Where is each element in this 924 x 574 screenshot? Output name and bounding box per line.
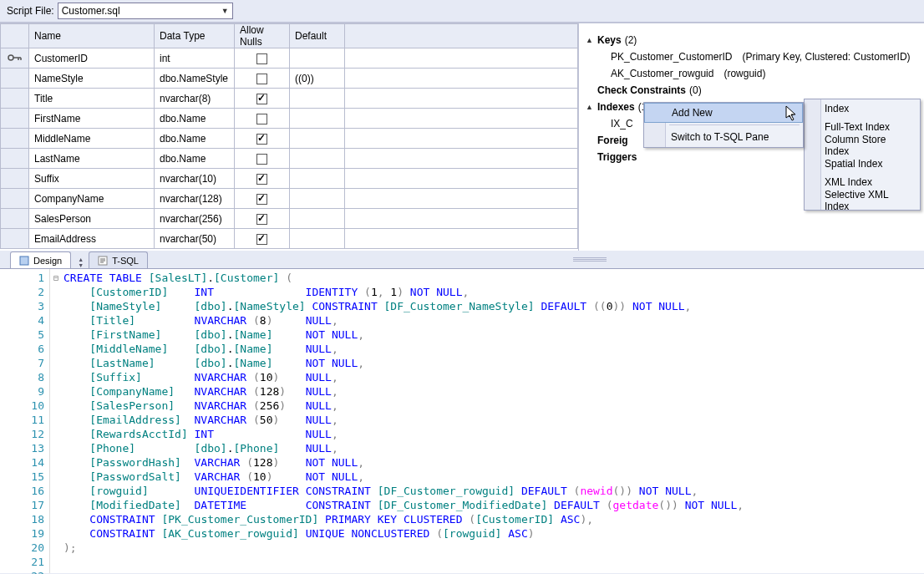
menu-switch-tsql[interactable]: Switch to T-SQL Pane (644, 127, 803, 147)
cell-default[interactable] (290, 109, 345, 129)
cell-name[interactable]: FirstName (29, 109, 155, 129)
cell-name[interactable]: EmailAddress (29, 229, 155, 249)
cell-name[interactable]: CompanyName (29, 189, 155, 209)
cell-datatype[interactable]: nvarchar(8) (155, 89, 235, 109)
cell-datatype[interactable]: nvarchar(256) (155, 209, 235, 229)
table-row[interactable]: MiddleNamedbo.Name (1, 129, 578, 149)
cell-allownulls[interactable] (235, 129, 290, 149)
checkbox-icon[interactable] (256, 174, 267, 185)
row-header[interactable] (1, 69, 29, 89)
table-row[interactable]: CustomerIDint (1, 48, 578, 69)
tree-key-ak[interactable]: AK_Customer_rowguid (rowguid) (586, 65, 917, 82)
row-header[interactable] (1, 89, 29, 109)
code-line[interactable]: [Phone] [dbo].[Phone] NULL, (63, 441, 924, 455)
cell-name[interactable]: CustomerID (29, 48, 155, 69)
checkbox-icon[interactable] (256, 53, 267, 64)
table-row[interactable]: Suffixnvarchar(10) (1, 169, 578, 189)
menu-add-new[interactable]: Add New ▶ (644, 103, 803, 123)
checkbox-icon[interactable] (256, 194, 267, 205)
code-line[interactable]: [Suffix] NVARCHAR (10) NULL, (63, 370, 924, 384)
cell-datatype[interactable]: int (155, 48, 235, 69)
col-header-default[interactable]: Default (290, 24, 345, 48)
cell-datatype[interactable]: dbo.Name (155, 149, 235, 169)
table-row[interactable]: LastNamedbo.Name (1, 149, 578, 169)
checkbox-icon[interactable] (256, 114, 267, 124)
cell-allownulls[interactable] (235, 48, 290, 69)
table-row[interactable]: Titlenvarchar(8) (1, 89, 578, 109)
cell-default[interactable] (290, 129, 345, 149)
code-line[interactable] (63, 555, 924, 569)
checkbox-icon[interactable] (256, 74, 267, 84)
row-header[interactable] (1, 129, 29, 149)
code-line[interactable]: [NameStyle] [dbo].[NameStyle] CONSTRAINT… (63, 299, 924, 313)
table-row[interactable]: NameStyledbo.NameStyle((0)) (1, 69, 578, 89)
cell-allownulls[interactable] (235, 189, 290, 209)
cell-allownulls[interactable] (235, 169, 290, 189)
cell-default[interactable] (290, 229, 345, 249)
cell-name[interactable]: SalesPerson (29, 209, 155, 229)
checkbox-icon[interactable] (256, 214, 267, 225)
tree-check[interactable]: Check Constraints (0) (586, 82, 917, 99)
columns-grid[interactable]: Name Data Type Allow Nulls Default Custo… (0, 22, 578, 251)
cell-default[interactable] (290, 189, 345, 209)
submenu-colstore[interactable]: Column Store Index (805, 136, 920, 155)
row-header[interactable] (1, 48, 29, 69)
code-pane[interactable]: 12345678910111213141516171819202122 ⊟ CR… (0, 269, 924, 573)
table-row[interactable]: SalesPersonnvarchar(256) (1, 209, 578, 229)
cell-allownulls[interactable] (235, 149, 290, 169)
code-line[interactable]: CONSTRAINT [PK_Customer_CustomerID] PRIM… (63, 512, 924, 526)
row-header[interactable] (1, 109, 29, 129)
cell-default[interactable]: ((0)) (290, 69, 345, 89)
cell-name[interactable]: MiddleName (29, 129, 155, 149)
code-line[interactable]: CONSTRAINT [AK_Customer_rowguid] UNIQUE … (63, 526, 924, 541)
code-line[interactable]: [RewardsAcctId] INT NULL, (63, 427, 924, 441)
cell-datatype[interactable]: dbo.NameStyle (155, 69, 235, 89)
code-line[interactable]: [CompanyName] NVARCHAR (128) NULL, (63, 384, 924, 399)
cell-allownulls[interactable] (235, 209, 290, 229)
cell-default[interactable] (290, 169, 345, 189)
code-line[interactable]: [SalesPerson] NVARCHAR (256) NULL, (63, 399, 924, 413)
tab-tsql[interactable]: T-SQL (89, 251, 148, 268)
row-header[interactable] (1, 209, 29, 229)
code-line[interactable]: [MiddleName] [dbo].[Name] NULL, (63, 342, 924, 356)
submenu-spatial[interactable]: Spatial Index (805, 155, 920, 173)
checkbox-icon[interactable] (256, 154, 267, 165)
row-header[interactable] (1, 169, 29, 189)
code-line[interactable]: [LastName] [dbo].[Name] NOT NULL, (63, 356, 924, 370)
code-line[interactable]: [Title] NVARCHAR (8) NULL, (63, 313, 924, 328)
cell-datatype[interactable]: nvarchar(128) (155, 189, 235, 209)
code-line[interactable]: [rowguid] UNIQUEIDENTIFIER CONSTRAINT [D… (63, 484, 924, 498)
cell-allownulls[interactable] (235, 89, 290, 109)
cell-name[interactable]: Title (29, 89, 155, 109)
table-row[interactable]: CompanyNamenvarchar(128) (1, 189, 578, 209)
cell-name[interactable]: NameStyle (29, 69, 155, 89)
cell-allownulls[interactable] (235, 109, 290, 129)
row-header[interactable] (1, 149, 29, 169)
table-row[interactable]: EmailAddressnvarchar(50) (1, 229, 578, 249)
code-line[interactable]: [PasswordHash] VARCHAR (128) NOT NULL, (63, 455, 924, 470)
tab-reorder[interactable]: ▲▼ (78, 257, 84, 268)
cell-datatype[interactable]: dbo.Name (155, 129, 235, 149)
col-header-name[interactable]: Name (29, 24, 155, 48)
splitter-grip[interactable] (573, 257, 607, 262)
cell-name[interactable]: Suffix (29, 169, 155, 189)
submenu-index[interactable]: Index (805, 99, 920, 118)
checkbox-icon[interactable] (256, 94, 267, 104)
code-line[interactable]: [CustomerID] INT IDENTITY (1, 1) NOT NUL… (63, 285, 924, 299)
tree-key-pk[interactable]: PK_Customer_CustomerID (Primary Key, Clu… (586, 48, 917, 65)
row-header[interactable] (1, 229, 29, 249)
cell-datatype[interactable]: nvarchar(50) (155, 229, 235, 249)
cell-default[interactable] (290, 209, 345, 229)
code-line[interactable]: CREATE TABLE [SalesLT].[Customer] ( (63, 271, 924, 285)
cell-default[interactable] (290, 149, 345, 169)
submenu-selxml[interactable]: Selective XML Index (805, 191, 920, 210)
cell-datatype[interactable]: dbo.Name (155, 109, 235, 129)
cell-datatype[interactable]: nvarchar(10) (155, 169, 235, 189)
cell-allownulls[interactable] (235, 229, 290, 249)
code-line[interactable] (63, 569, 924, 573)
checkbox-icon[interactable] (256, 134, 267, 145)
script-file-dropdown[interactable]: Customer.sql ▼ (58, 3, 233, 19)
row-header[interactable] (1, 189, 29, 209)
col-header-allownulls[interactable]: Allow Nulls (235, 24, 290, 48)
col-header-datatype[interactable]: Data Type (155, 24, 235, 48)
